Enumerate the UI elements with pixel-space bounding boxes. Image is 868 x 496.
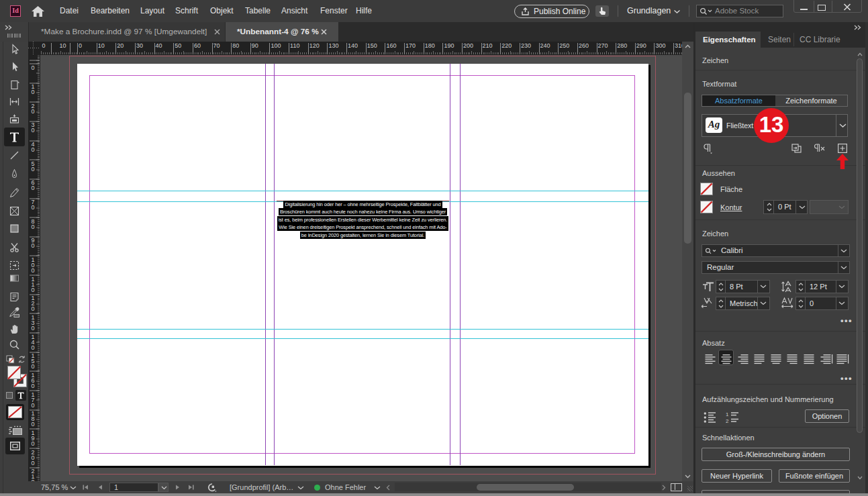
svg-text:2: 2: [726, 418, 729, 424]
svg-text:1: 1: [726, 411, 729, 417]
